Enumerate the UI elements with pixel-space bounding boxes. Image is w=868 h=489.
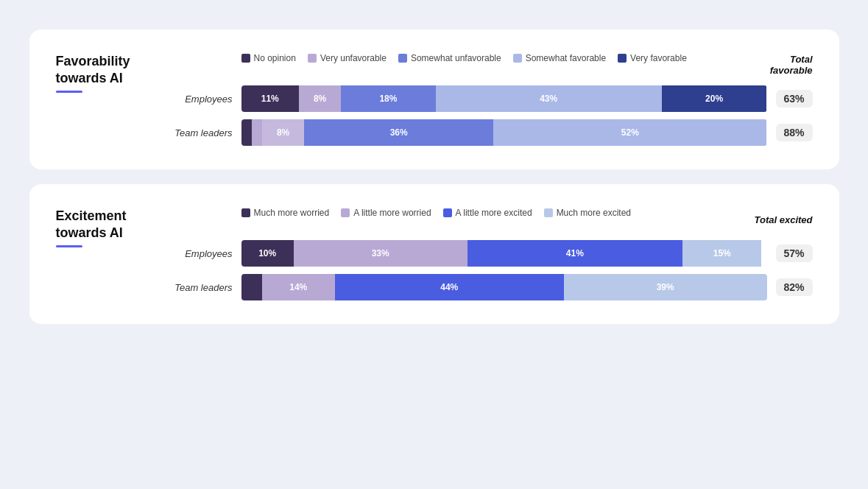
excitement-total-label: Total excited (754, 214, 813, 225)
bar-segment: 8% (299, 85, 341, 112)
total-badge: 63% (776, 90, 813, 108)
excitement-legend: Much more worriedA little more worriedA … (241, 208, 745, 218)
legend-text: Somewhat favorable (526, 53, 606, 63)
bar-segment: 39% (564, 274, 767, 300)
bar-segment: 44% (335, 274, 564, 300)
bar-segment: 14% (262, 274, 335, 300)
legend-color (618, 54, 627, 63)
legend-item: Much more excited (544, 208, 631, 218)
legend-text: Much more worried (254, 208, 330, 218)
legend-item: A little more worried (341, 208, 431, 218)
bar-segment (241, 274, 262, 300)
favorability-title: Favorability towards AI (56, 53, 152, 88)
legend-item: Somewhat favorable (513, 53, 606, 63)
row-label: Employees (166, 94, 233, 105)
legend-item: Very unfavorable (308, 53, 387, 63)
legend-color (443, 208, 452, 217)
legend-text: No opinion (254, 53, 296, 63)
total-badge: 82% (776, 278, 813, 296)
bar-segment: 20% (662, 85, 767, 112)
legend-item: A little more excited (443, 208, 532, 218)
favorability-total-label: Total favorable (754, 54, 813, 76)
row-label: Team leaders (166, 282, 233, 293)
legend-item: No opinion (241, 53, 296, 63)
title-underline (56, 91, 82, 93)
bar-segment: 36% (304, 119, 493, 146)
legend-text: A little more excited (456, 208, 532, 218)
chart-row: Team leaders14%44%39%82% (166, 274, 813, 300)
row-label: Team leaders (166, 127, 233, 138)
legend-color (398, 54, 407, 63)
legend-color (341, 208, 350, 217)
favorability-card: Favorability towards AI No opinionVery u… (29, 29, 839, 169)
bar-segment (241, 119, 252, 146)
legend-color (513, 54, 522, 63)
bar-container: 8%36%52% (241, 119, 767, 146)
bar-segment: 33% (294, 240, 467, 267)
legend-item: Somewhat unfavorable (398, 53, 501, 63)
excitement-card: Excitement towards AI Much more worriedA… (29, 184, 839, 324)
legend-text: A little more worried (353, 208, 431, 218)
excitement-title: Excitement towards AI (56, 208, 152, 242)
chart-row: Employees10%33%41%15%57% (166, 240, 813, 267)
legend-color (241, 54, 250, 63)
bar-segment (252, 119, 262, 146)
bar-segment: 10% (241, 240, 294, 267)
chart-row: Employees11%8%18%43%20%63% (166, 85, 813, 112)
legend-text: Somewhat unfavorable (411, 53, 501, 63)
excitement-legend-row: Much more worriedA little more worriedA … (166, 208, 813, 231)
total-badge: 57% (776, 245, 813, 262)
title-underline-2 (56, 245, 82, 247)
favorability-chart: Employees11%8%18%43%20%63%Team leaders8%… (166, 85, 813, 146)
legend-item: Much more worried (241, 208, 330, 218)
chart-row: Team leaders8%36%52%88% (166, 119, 813, 146)
favorability-legend-row: No opinionVery unfavorableSomewhat unfav… (166, 53, 813, 77)
bar-segment: 52% (493, 119, 766, 146)
bar-container: 10%33%41%15% (241, 240, 767, 267)
bar-container: 14%44%39% (241, 274, 767, 300)
legend-text: Much more excited (557, 208, 631, 218)
legend-text: Very unfavorable (320, 53, 387, 63)
row-label: Employees (166, 248, 233, 259)
bar-container: 11%8%18%43%20% (241, 85, 767, 112)
bar-segment: 41% (467, 240, 683, 267)
bar-segment: 43% (436, 85, 662, 112)
legend-color (544, 208, 553, 217)
total-badge: 88% (776, 124, 813, 141)
bar-segment: 18% (341, 85, 436, 112)
favorability-legend: No opinionVery unfavorableSomewhat unfav… (241, 53, 745, 63)
excitement-chart: Employees10%33%41%15%57%Team leaders14%4… (166, 240, 813, 300)
legend-text: Very favorable (630, 53, 687, 63)
legend-color (308, 54, 317, 63)
bar-segment: 11% (241, 85, 300, 112)
bar-segment: 8% (262, 119, 304, 146)
bar-segment: 15% (682, 240, 761, 267)
legend-color (241, 208, 250, 217)
legend-item: Very favorable (618, 53, 687, 63)
